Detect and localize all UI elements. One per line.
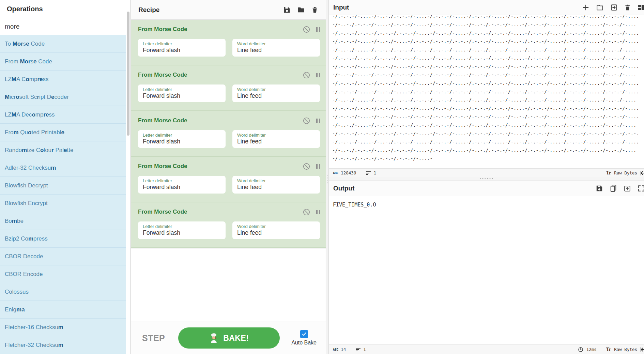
recipe-operation[interactable]: From Morse Code Letter delimiter Forward… bbox=[131, 20, 326, 65]
operation-list-item[interactable]: Microsoft Script Decoder bbox=[0, 88, 126, 106]
operation-list-item[interactable]: Adler-32 Checksum bbox=[0, 159, 126, 177]
argument-word-delimiter[interactable]: Word delimiter Line feed bbox=[232, 221, 320, 239]
input-tabs-icon[interactable] bbox=[638, 4, 644, 11]
replace-input-icon[interactable] bbox=[624, 185, 631, 192]
add-input-icon[interactable] bbox=[582, 4, 589, 11]
input-text[interactable]: -./.-.-.-/-....-/.-.-.-/-....-/.-.-.-/-.… bbox=[332, 15, 639, 161]
argument-label: Word delimiter bbox=[237, 87, 320, 92]
operation-list-item[interactable]: CBOR Encode bbox=[0, 265, 126, 283]
breakpoint-pause-icon[interactable] bbox=[316, 27, 320, 32]
output-encoding-label[interactable]: Raw Bytes bbox=[614, 347, 637, 352]
operations-scrollbar[interactable] bbox=[126, 0, 130, 354]
copy-output-icon[interactable] bbox=[610, 184, 617, 193]
recipe-panel: Recipe From Morse Code Letter delimiter … bbox=[131, 0, 326, 354]
argument-letter-delimiter[interactable]: Letter delimiter Forward slash bbox=[138, 221, 226, 239]
output-text: FIVE_TIMES_0.O bbox=[333, 202, 376, 208]
argument-letter-delimiter[interactable]: Letter delimiter Forward slash bbox=[138, 176, 226, 194]
operation-list-item[interactable]: Bzip2 Compress bbox=[0, 230, 126, 248]
argument-word-delimiter[interactable]: Word delimiter Line feed bbox=[232, 176, 320, 194]
operation-list-item[interactable]: Enigma bbox=[0, 301, 126, 319]
argument-letter-delimiter[interactable]: Letter delimiter Forward slash bbox=[138, 130, 226, 148]
operation-name: LZMA Decompress bbox=[5, 111, 55, 118]
operation-title: From Morse Code bbox=[138, 26, 187, 33]
argument-label: Letter delimiter bbox=[143, 133, 226, 138]
disable-operation-icon[interactable] bbox=[303, 117, 310, 125]
output-line-count: 1 bbox=[363, 347, 366, 352]
operation-name: To Morse Code bbox=[5, 41, 45, 47]
recipe-operation[interactable]: From Morse Code Letter delimiter Forward… bbox=[131, 111, 326, 157]
open-folder-icon[interactable] bbox=[596, 4, 604, 11]
splitter-drag-handle[interactable] bbox=[480, 178, 493, 179]
splitter-drag-handle[interactable] bbox=[327, 175, 327, 184]
io-splitter[interactable] bbox=[329, 177, 644, 181]
argument-word-delimiter[interactable]: Word delimiter Line feed bbox=[232, 39, 320, 57]
argument-word-delimiter[interactable]: Word delimiter Line feed bbox=[232, 84, 320, 102]
input-footer: ABC 128439 1 Tr Raw Bytes bbox=[329, 168, 644, 177]
recipe-io-splitter[interactable] bbox=[326, 0, 329, 354]
input-encoding-label[interactable]: Raw Bytes bbox=[614, 170, 637, 175]
search-operations-input[interactable] bbox=[0, 23, 126, 30]
save-output-icon[interactable] bbox=[596, 185, 603, 192]
line-endings-icon[interactable] bbox=[640, 347, 644, 352]
operation-name: Bombe bbox=[5, 218, 24, 225]
argument-label: Letter delimiter bbox=[143, 87, 226, 92]
step-button[interactable]: STEP bbox=[142, 333, 165, 343]
clear-recipe-trash-icon[interactable] bbox=[311, 6, 318, 14]
recipe-controls-bar: STEP BAKE! Auto Bake bbox=[131, 322, 326, 354]
argument-letter-delimiter[interactable]: Letter delimiter Forward slash bbox=[138, 39, 226, 57]
disable-operation-icon[interactable] bbox=[303, 163, 310, 170]
maximise-output-icon[interactable] bbox=[638, 185, 644, 192]
bake-button[interactable]: BAKE! bbox=[178, 327, 280, 349]
operation-list-item[interactable]: LZMA Compress bbox=[0, 71, 126, 88]
argument-label: Word delimiter bbox=[237, 133, 320, 138]
argument-letter-delimiter[interactable]: Letter delimiter Forward slash bbox=[138, 84, 226, 102]
breakpoint-pause-icon[interactable] bbox=[316, 119, 320, 123]
argument-value: Forward slash bbox=[143, 229, 226, 236]
search-row bbox=[0, 18, 126, 35]
save-recipe-icon[interactable] bbox=[283, 6, 291, 14]
character-encoding-icon[interactable]: Tr bbox=[606, 347, 611, 352]
clear-input-trash-icon[interactable] bbox=[624, 4, 631, 11]
operation-title: From Morse Code bbox=[138, 117, 187, 124]
auto-bake-checkbox[interactable] bbox=[300, 330, 308, 338]
input-editor[interactable]: -./.-.-.-/-....-/.-.-.-/-....-/.-.-.-/-.… bbox=[329, 15, 644, 168]
argument-label: Word delimiter bbox=[237, 41, 320, 46]
scrollbar-thumb[interactable] bbox=[127, 12, 129, 136]
recipe-operation[interactable]: From Morse Code Letter delimiter Forward… bbox=[131, 157, 326, 202]
operation-list-item[interactable]: CBOR Decode bbox=[0, 248, 126, 265]
operation-list-item[interactable]: LZMA Decompress bbox=[0, 106, 126, 124]
operation-list-item[interactable]: From Morse Code bbox=[0, 53, 126, 71]
operation-list-item[interactable]: Colossus bbox=[0, 283, 126, 301]
character-count-icon: ABC bbox=[333, 348, 338, 351]
open-input-icon[interactable] bbox=[610, 4, 618, 11]
load-recipe-folder-icon[interactable] bbox=[297, 6, 305, 14]
character-count-icon: ABC bbox=[333, 171, 338, 175]
recipe-operation[interactable]: From Morse Code Letter delimiter Forward… bbox=[131, 65, 326, 111]
character-encoding-icon[interactable]: Tr bbox=[606, 170, 611, 176]
operation-title: From Morse Code bbox=[138, 209, 187, 215]
operation-list-item[interactable]: From Quoted Printable bbox=[0, 124, 126, 141]
operation-list-item[interactable]: Blowfish Encrypt bbox=[0, 195, 126, 212]
output-title: Output bbox=[333, 185, 354, 192]
operation-list-item[interactable]: Fletcher-16 Checksum bbox=[0, 319, 126, 336]
output-header: Output bbox=[329, 181, 644, 196]
operation-list-item[interactable]: To Morse Code bbox=[0, 35, 126, 53]
line-count-icon bbox=[366, 171, 371, 175]
operation-list-item[interactable]: Randomize Colour Palette bbox=[0, 141, 126, 159]
disable-operation-icon[interactable] bbox=[303, 208, 310, 216]
disable-operation-icon[interactable] bbox=[303, 26, 310, 33]
operation-name: LZMA Compress bbox=[5, 76, 49, 83]
argument-value: Line feed bbox=[237, 47, 320, 54]
breakpoint-pause-icon[interactable] bbox=[316, 73, 320, 77]
recipe-operation[interactable]: From Morse Code Letter delimiter Forward… bbox=[131, 202, 326, 248]
operation-name: Microsoft Script Decoder bbox=[5, 94, 69, 101]
operation-list-item[interactable]: Fletcher-32 Checksum bbox=[0, 336, 126, 354]
operation-list-item[interactable]: Bombe bbox=[0, 212, 126, 230]
line-endings-icon[interactable] bbox=[640, 170, 644, 176]
argument-word-delimiter[interactable]: Word delimiter Line feed bbox=[232, 130, 320, 148]
operation-list-item[interactable]: Blowfish Decrypt bbox=[0, 177, 126, 195]
disable-operation-icon[interactable] bbox=[303, 71, 310, 79]
breakpoint-pause-icon[interactable] bbox=[316, 210, 320, 214]
output-editor[interactable]: FIVE_TIMES_0.O bbox=[329, 196, 644, 344]
breakpoint-pause-icon[interactable] bbox=[316, 164, 320, 169]
